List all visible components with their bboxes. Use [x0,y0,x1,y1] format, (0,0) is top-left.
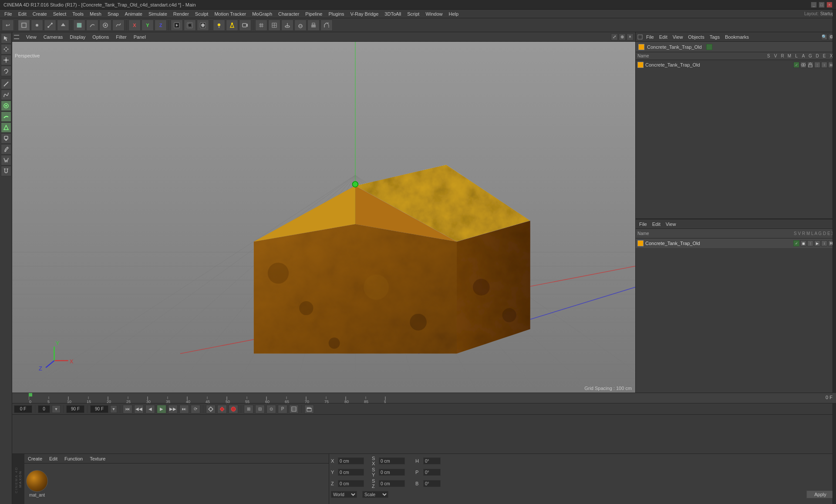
mat-create[interactable]: Create [26,456,44,462]
wireframe-btn[interactable] [268,20,280,31]
btn-step-back[interactable]: ◀ [145,405,155,413]
menu-select[interactable]: Select [51,11,69,17]
om2-arrow-btn[interactable]: ▶ [814,240,820,246]
vp-menu-display[interactable]: Display [68,34,87,40]
menu-sculpt[interactable]: Sculpt [192,11,211,17]
rp-menu-objects[interactable]: Objects [686,34,706,40]
object-visibility-icon[interactable] [706,44,712,50]
viewport-3d[interactable]: View Cameras Display Options Filter Pane… [12,32,636,393]
btn-onion[interactable]: ⊟ [255,405,265,413]
tool-sculpt-2[interactable] [1,111,11,122]
viewport-drag-handle[interactable] [14,34,21,40]
tool-brush[interactable] [1,133,11,144]
menu-vray[interactable]: V-Ray Bridge [348,11,381,17]
mat-edit[interactable]: Edit [47,456,59,462]
y-pos-input[interactable] [338,469,364,476]
rp-menu-file[interactable]: File [644,34,656,40]
polygon-mode-button[interactable] [57,20,69,31]
menu-character[interactable]: Character [276,11,302,17]
btn-play-back[interactable]: ◀◀ [134,405,144,413]
menu-edit[interactable]: Edit [16,11,29,17]
om2-item-row[interactable]: Concrete_Tank_Trap_Old ✓ ◼ ⋮ ▶ ↕ H [636,239,836,248]
vp-icon-close[interactable]: × [627,34,634,40]
render-region-btn[interactable] [184,20,196,31]
z-axis-btn[interactable]: Z [155,20,167,31]
mat-function[interactable]: Function [63,456,84,462]
obj-tag-icon[interactable]: ⋮ [814,62,820,68]
btn-step-fwd[interactable]: ▶▶ [168,405,178,413]
generator-btn[interactable] [99,20,111,31]
tool-select[interactable] [1,33,11,44]
btn-play[interactable]: ▶ [157,405,166,413]
mat-texture[interactable]: Texture [88,456,107,462]
frame-offset-input[interactable] [38,405,50,413]
b-input[interactable] [423,480,441,487]
obj-check-icon[interactable]: ✓ [793,62,799,68]
compositing-btn[interactable] [320,20,333,31]
menu-script[interactable]: Script [405,11,422,17]
camera-btn[interactable] [239,20,251,31]
menu-3dtoall[interactable]: 3DToAll [382,11,404,17]
btn-goto-end[interactable]: ⏭ [179,405,189,413]
om2-more-btn[interactable]: ⋮ [807,240,813,246]
btn-key-mode[interactable] [206,405,216,413]
sx-input[interactable] [379,457,405,464]
rp-menu-edit[interactable]: Edit [657,34,669,40]
h-input[interactable] [423,457,441,464]
interactive-render-btn[interactable] [197,20,209,31]
btn-loop[interactable]: ⟳ [191,405,200,413]
timeline-start-marker[interactable] [29,393,32,396]
om2-sort-btn[interactable]: ↕ [821,240,827,246]
btn-record[interactable] [229,405,238,413]
apply-button[interactable]: Apply [806,491,834,498]
om2-check-btn[interactable]: ✓ [793,240,799,246]
tool-paint[interactable] [1,144,11,155]
render-btn[interactable] [171,20,183,31]
mat-ball[interactable] [26,470,48,492]
foreground-btn[interactable] [307,20,320,31]
sz-input[interactable] [379,480,405,487]
menu-render[interactable]: Render [171,11,192,17]
y-axis-btn[interactable]: Y [142,20,154,31]
btn-timeline-more2[interactable]: P [278,405,287,413]
vp-menu-view[interactable]: View [24,34,38,40]
om-view[interactable]: View [664,221,678,227]
menu-pipeline[interactable]: Pipeline [303,11,325,17]
z-pos-input[interactable] [338,480,364,487]
tool-move[interactable] [1,44,11,54]
menu-mesh[interactable]: Mesh [87,11,104,17]
fps-input[interactable] [90,405,108,413]
x-axis-btn[interactable]: X [128,20,141,31]
menu-create[interactable]: Create [30,11,50,17]
btn-timeline-more1[interactable]: ⊙ [266,405,276,413]
menu-snap[interactable]: Snap [105,11,121,17]
sy-input[interactable] [379,469,405,476]
x-pos-input[interactable] [338,457,364,464]
close-button[interactable]: × [826,2,833,8]
current-frame-input[interactable] [14,405,32,413]
rp-drag-handle[interactable] [637,34,643,40]
vp-menu-options[interactable]: Options [91,34,111,40]
menu-file[interactable]: File [2,11,15,17]
floor-btn[interactable] [281,20,293,31]
tool-sculpt-1[interactable] [1,101,11,111]
menu-motion-tracker[interactable]: Motion Tracker [212,11,249,17]
vp-icon-dots[interactable]: ⊕ [619,34,626,40]
btn-goto-start[interactable]: ⏮ [123,405,132,413]
rp-search-icon[interactable]: 🔍 [821,34,827,40]
menu-plugins[interactable]: Plugins [326,11,347,17]
p-input[interactable] [423,469,441,476]
maximize-button[interactable]: □ [819,2,825,8]
parametric-btn[interactable] [73,20,85,31]
minimize-button[interactable]: _ [811,2,817,8]
right-panel-scrollbar[interactable] [833,10,836,504]
scale-dropdown[interactable]: Scale [362,491,388,498]
menu-simulate[interactable]: Simulate [146,11,170,17]
obj-eye-icon[interactable] [800,62,806,68]
tool-curve[interactable] [1,90,11,100]
tool-rotate[interactable] [1,66,11,76]
undo-button[interactable]: ↩ [2,20,14,31]
mat-ball-container[interactable]: mat_ant [26,470,48,497]
obj-sort-icon[interactable]: ↕ [821,62,827,68]
menu-animate[interactable]: Animate [122,11,145,17]
